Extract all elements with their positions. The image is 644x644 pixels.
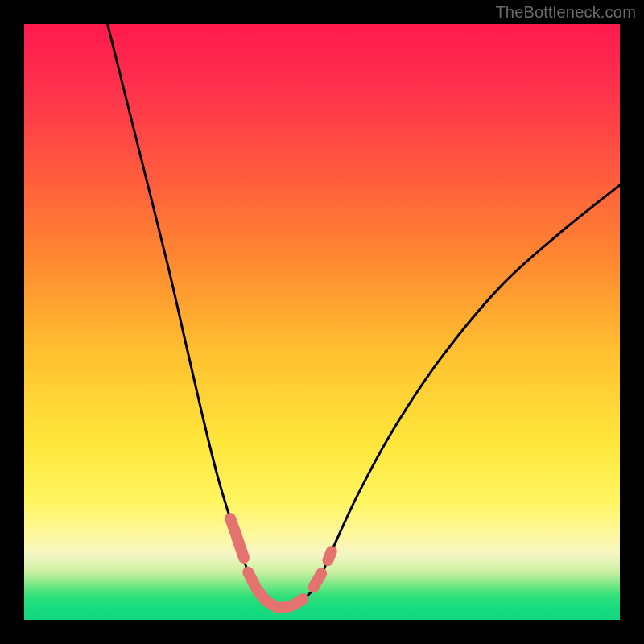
bottleneck-curve-svg [24,24,620,620]
curve-right-branch [280,185,620,608]
overlay-pill-7 [314,573,322,587]
curve-group [108,24,620,608]
chart-plot-area [24,24,620,620]
overlay-pill-1 [237,537,244,558]
overlay-pill-group [230,518,332,608]
curve-left-branch [108,24,281,608]
overlay-pill-8 [328,551,331,560]
overlay-pill-6 [293,599,303,605]
watermark-text: TheBottleneck.com [495,3,636,22]
